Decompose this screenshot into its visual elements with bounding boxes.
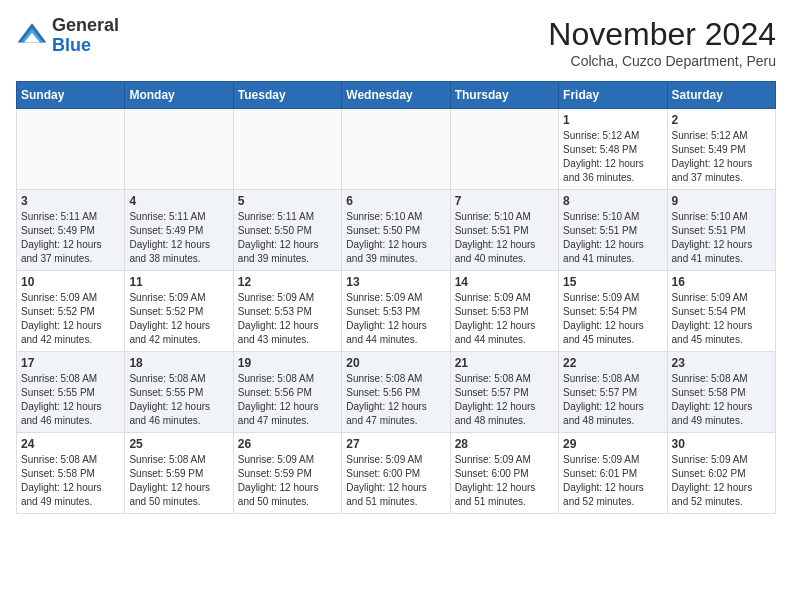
calendar-cell: 4Sunrise: 5:11 AM Sunset: 5:49 PM Daylig… <box>125 190 233 271</box>
calendar-cell: 29Sunrise: 5:09 AM Sunset: 6:01 PM Dayli… <box>559 433 667 514</box>
calendar-cell: 18Sunrise: 5:08 AM Sunset: 5:55 PM Dayli… <box>125 352 233 433</box>
calendar-cell: 9Sunrise: 5:10 AM Sunset: 5:51 PM Daylig… <box>667 190 775 271</box>
weekday-header-row: SundayMondayTuesdayWednesdayThursdayFrid… <box>17 82 776 109</box>
calendar-cell <box>125 109 233 190</box>
week-row-2: 3Sunrise: 5:11 AM Sunset: 5:49 PM Daylig… <box>17 190 776 271</box>
day-number: 5 <box>238 194 337 208</box>
day-info: Sunrise: 5:10 AM Sunset: 5:51 PM Dayligh… <box>672 210 771 266</box>
calendar-cell: 7Sunrise: 5:10 AM Sunset: 5:51 PM Daylig… <box>450 190 558 271</box>
weekday-header-monday: Monday <box>125 82 233 109</box>
day-number: 8 <box>563 194 662 208</box>
day-number: 15 <box>563 275 662 289</box>
day-info: Sunrise: 5:08 AM Sunset: 5:58 PM Dayligh… <box>672 372 771 428</box>
day-number: 24 <box>21 437 120 451</box>
day-number: 26 <box>238 437 337 451</box>
day-number: 20 <box>346 356 445 370</box>
day-info: Sunrise: 5:09 AM Sunset: 5:53 PM Dayligh… <box>455 291 554 347</box>
calendar-cell: 12Sunrise: 5:09 AM Sunset: 5:53 PM Dayli… <box>233 271 341 352</box>
calendar-cell <box>17 109 125 190</box>
calendar-cell: 1Sunrise: 5:12 AM Sunset: 5:48 PM Daylig… <box>559 109 667 190</box>
day-info: Sunrise: 5:09 AM Sunset: 5:52 PM Dayligh… <box>21 291 120 347</box>
day-number: 7 <box>455 194 554 208</box>
calendar-cell: 21Sunrise: 5:08 AM Sunset: 5:57 PM Dayli… <box>450 352 558 433</box>
day-number: 16 <box>672 275 771 289</box>
day-number: 1 <box>563 113 662 127</box>
day-info: Sunrise: 5:10 AM Sunset: 5:51 PM Dayligh… <box>563 210 662 266</box>
day-number: 23 <box>672 356 771 370</box>
calendar-cell: 28Sunrise: 5:09 AM Sunset: 6:00 PM Dayli… <box>450 433 558 514</box>
day-info: Sunrise: 5:08 AM Sunset: 5:59 PM Dayligh… <box>129 453 228 509</box>
week-row-5: 24Sunrise: 5:08 AM Sunset: 5:58 PM Dayli… <box>17 433 776 514</box>
day-info: Sunrise: 5:11 AM Sunset: 5:50 PM Dayligh… <box>238 210 337 266</box>
day-info: Sunrise: 5:10 AM Sunset: 5:51 PM Dayligh… <box>455 210 554 266</box>
day-number: 17 <box>21 356 120 370</box>
calendar-cell: 17Sunrise: 5:08 AM Sunset: 5:55 PM Dayli… <box>17 352 125 433</box>
day-info: Sunrise: 5:08 AM Sunset: 5:57 PM Dayligh… <box>563 372 662 428</box>
day-info: Sunrise: 5:09 AM Sunset: 5:54 PM Dayligh… <box>563 291 662 347</box>
title-block: November 2024 Colcha, Cuzco Department, … <box>548 16 776 69</box>
day-number: 18 <box>129 356 228 370</box>
day-info: Sunrise: 5:09 AM Sunset: 5:52 PM Dayligh… <box>129 291 228 347</box>
logo-text: General Blue <box>52 16 119 56</box>
day-number: 11 <box>129 275 228 289</box>
day-info: Sunrise: 5:09 AM Sunset: 5:53 PM Dayligh… <box>238 291 337 347</box>
day-info: Sunrise: 5:08 AM Sunset: 5:55 PM Dayligh… <box>21 372 120 428</box>
calendar-cell: 8Sunrise: 5:10 AM Sunset: 5:51 PM Daylig… <box>559 190 667 271</box>
calendar-cell: 22Sunrise: 5:08 AM Sunset: 5:57 PM Dayli… <box>559 352 667 433</box>
calendar-cell: 24Sunrise: 5:08 AM Sunset: 5:58 PM Dayli… <box>17 433 125 514</box>
calendar-cell <box>342 109 450 190</box>
day-info: Sunrise: 5:11 AM Sunset: 5:49 PM Dayligh… <box>21 210 120 266</box>
day-number: 29 <box>563 437 662 451</box>
logo-general-text: General <box>52 16 119 36</box>
week-row-1: 1Sunrise: 5:12 AM Sunset: 5:48 PM Daylig… <box>17 109 776 190</box>
calendar-cell: 2Sunrise: 5:12 AM Sunset: 5:49 PM Daylig… <box>667 109 775 190</box>
day-number: 12 <box>238 275 337 289</box>
calendar-cell: 10Sunrise: 5:09 AM Sunset: 5:52 PM Dayli… <box>17 271 125 352</box>
day-info: Sunrise: 5:08 AM Sunset: 5:55 PM Dayligh… <box>129 372 228 428</box>
day-number: 6 <box>346 194 445 208</box>
calendar-cell <box>450 109 558 190</box>
day-number: 19 <box>238 356 337 370</box>
day-info: Sunrise: 5:09 AM Sunset: 6:00 PM Dayligh… <box>455 453 554 509</box>
day-info: Sunrise: 5:10 AM Sunset: 5:50 PM Dayligh… <box>346 210 445 266</box>
calendar-cell: 23Sunrise: 5:08 AM Sunset: 5:58 PM Dayli… <box>667 352 775 433</box>
day-info: Sunrise: 5:09 AM Sunset: 6:01 PM Dayligh… <box>563 453 662 509</box>
calendar-cell: 14Sunrise: 5:09 AM Sunset: 5:53 PM Dayli… <box>450 271 558 352</box>
calendar-cell <box>233 109 341 190</box>
day-number: 14 <box>455 275 554 289</box>
calendar-cell: 3Sunrise: 5:11 AM Sunset: 5:49 PM Daylig… <box>17 190 125 271</box>
weekday-header-wednesday: Wednesday <box>342 82 450 109</box>
calendar-cell: 11Sunrise: 5:09 AM Sunset: 5:52 PM Dayli… <box>125 271 233 352</box>
week-row-3: 10Sunrise: 5:09 AM Sunset: 5:52 PM Dayli… <box>17 271 776 352</box>
calendar-header: SundayMondayTuesdayWednesdayThursdayFrid… <box>17 82 776 109</box>
calendar-body: 1Sunrise: 5:12 AM Sunset: 5:48 PM Daylig… <box>17 109 776 514</box>
page-header: General Blue November 2024 Colcha, Cuzco… <box>16 16 776 69</box>
calendar-cell: 25Sunrise: 5:08 AM Sunset: 5:59 PM Dayli… <box>125 433 233 514</box>
calendar-cell: 20Sunrise: 5:08 AM Sunset: 5:56 PM Dayli… <box>342 352 450 433</box>
logo: General Blue <box>16 16 119 56</box>
day-info: Sunrise: 5:08 AM Sunset: 5:56 PM Dayligh… <box>346 372 445 428</box>
day-info: Sunrise: 5:12 AM Sunset: 5:48 PM Dayligh… <box>563 129 662 185</box>
day-info: Sunrise: 5:09 AM Sunset: 5:53 PM Dayligh… <box>346 291 445 347</box>
main-title: November 2024 <box>548 16 776 53</box>
day-info: Sunrise: 5:11 AM Sunset: 5:49 PM Dayligh… <box>129 210 228 266</box>
day-number: 9 <box>672 194 771 208</box>
day-number: 27 <box>346 437 445 451</box>
week-row-4: 17Sunrise: 5:08 AM Sunset: 5:55 PM Dayli… <box>17 352 776 433</box>
day-number: 4 <box>129 194 228 208</box>
day-info: Sunrise: 5:09 AM Sunset: 5:59 PM Dayligh… <box>238 453 337 509</box>
day-info: Sunrise: 5:12 AM Sunset: 5:49 PM Dayligh… <box>672 129 771 185</box>
weekday-header-saturday: Saturday <box>667 82 775 109</box>
day-number: 22 <box>563 356 662 370</box>
calendar-cell: 6Sunrise: 5:10 AM Sunset: 5:50 PM Daylig… <box>342 190 450 271</box>
day-number: 21 <box>455 356 554 370</box>
day-number: 28 <box>455 437 554 451</box>
weekday-header-tuesday: Tuesday <box>233 82 341 109</box>
calendar-cell: 19Sunrise: 5:08 AM Sunset: 5:56 PM Dayli… <box>233 352 341 433</box>
day-number: 2 <box>672 113 771 127</box>
location-subtitle: Colcha, Cuzco Department, Peru <box>548 53 776 69</box>
day-info: Sunrise: 5:08 AM Sunset: 5:58 PM Dayligh… <box>21 453 120 509</box>
calendar-cell: 27Sunrise: 5:09 AM Sunset: 6:00 PM Dayli… <box>342 433 450 514</box>
day-number: 25 <box>129 437 228 451</box>
weekday-header-sunday: Sunday <box>17 82 125 109</box>
